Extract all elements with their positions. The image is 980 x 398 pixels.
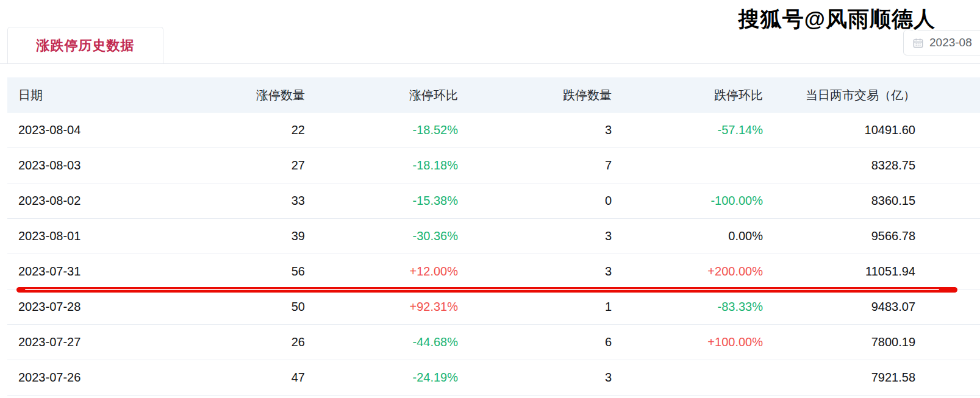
row-value: 50	[189, 300, 305, 314]
row-value: 47	[189, 371, 305, 385]
row-value: -100.00%	[612, 194, 763, 208]
table-header-row: 日期涨停数量涨停环比跌停数量跌停环比当日两市交易（亿）	[7, 77, 980, 113]
row-value: -24.19%	[305, 371, 458, 385]
row-value: 7921.58	[763, 371, 915, 385]
row-value: 8328.75	[763, 158, 915, 172]
row-value: -15.38%	[305, 194, 458, 208]
row-value: -44.68%	[305, 335, 458, 349]
row-date: 2023-08-03	[7, 158, 189, 172]
column-header: 跌停环比	[612, 87, 763, 104]
table-row[interactable]: 2023-07-2850+92.31%1-83.33%9483.07	[7, 290, 980, 325]
row-value: 0	[458, 194, 612, 208]
row-value: 3	[458, 229, 612, 243]
row-value: -18.18%	[305, 158, 458, 172]
row-value: -30.36%	[305, 229, 458, 243]
row-value: +12.00%	[305, 265, 458, 279]
row-value: 10491.60	[763, 123, 915, 137]
row-date: 2023-07-28	[7, 300, 189, 314]
row-value: 26	[189, 335, 305, 349]
table-row[interactable]: 2023-08-0233-15.38%0-100.00%8360.15	[7, 183, 980, 219]
table-row[interactable]: 2023-07-2726-44.68%6+100.00%7800.19	[7, 325, 980, 360]
row-value: +92.31%	[305, 300, 458, 314]
row-date: 2023-08-01	[7, 229, 189, 243]
row-date: 2023-08-04	[7, 123, 189, 137]
row-value: -18.52%	[305, 123, 458, 137]
row-date: 2023-08-02	[7, 194, 189, 208]
table-row[interactable]: 2023-08-0327-18.18%78328.75	[7, 148, 980, 183]
table-row[interactable]: 2023-08-0422-18.52%3-57.14%10491.60	[7, 113, 980, 148]
tab-label: 涨跌停历史数据	[37, 37, 135, 55]
table-row[interactable]: 2023-07-2647-24.19%37921.58	[7, 360, 980, 396]
row-value: +200.00%	[612, 265, 763, 279]
limit-history-table: 日期涨停数量涨停环比跌停数量跌停环比当日两市交易（亿） 2023-08-0422…	[7, 77, 980, 396]
column-header: 涨停环比	[305, 87, 458, 104]
month-picker-input[interactable]: 2023-08	[903, 30, 980, 55]
row-value: 9483.07	[763, 300, 915, 314]
row-value: 22	[189, 123, 305, 137]
row-value: 3	[458, 265, 612, 279]
row-value: -83.33%	[612, 300, 763, 314]
row-value: 11051.94	[763, 265, 915, 279]
row-value: +100.00%	[612, 335, 763, 349]
row-value: 33	[189, 194, 305, 208]
row-date: 2023-07-31	[7, 265, 189, 279]
row-value: 39	[189, 229, 305, 243]
row-value: 7800.19	[763, 335, 915, 349]
calendar-icon	[912, 37, 924, 49]
row-date: 2023-07-26	[7, 371, 189, 385]
column-header: 跌停数量	[458, 87, 612, 104]
header-divider	[0, 63, 980, 64]
row-value: -57.14%	[612, 123, 763, 137]
row-value: 6	[458, 335, 612, 349]
table-row[interactable]: 2023-08-0139-30.36%30.00%9566.78	[7, 219, 980, 254]
tab-limit-history-data[interactable]: 涨跌停历史数据	[7, 27, 163, 63]
watermark-text: 搜狐号@风雨顺德人	[739, 5, 935, 34]
row-value: 7	[458, 158, 612, 172]
row-date: 2023-07-27	[7, 335, 189, 349]
column-header: 当日两市交易（亿）	[763, 87, 915, 104]
row-value: 56	[189, 265, 305, 279]
row-value: 3	[458, 123, 612, 137]
row-value: 3	[458, 371, 612, 385]
table-row[interactable]: 2023-07-3156+12.00%3+200.00%11051.94	[7, 254, 980, 290]
column-header: 日期	[7, 87, 189, 104]
column-header: 涨停数量	[189, 87, 305, 104]
row-value: 0.00%	[612, 229, 763, 243]
row-value: 8360.15	[763, 194, 915, 208]
row-value: 27	[189, 158, 305, 172]
row-value: 1	[458, 300, 612, 314]
month-picker-value: 2023-08	[929, 36, 972, 49]
annotation-underline	[16, 287, 957, 293]
row-value: 9566.78	[763, 229, 915, 243]
